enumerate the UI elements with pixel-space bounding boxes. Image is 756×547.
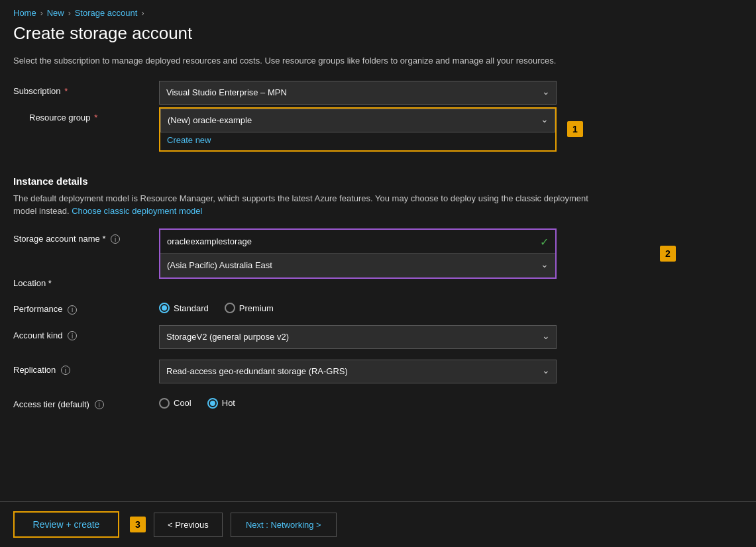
- breadcrumb: Home › New › Storage account ›: [0, 0, 756, 23]
- resource-group-control: (New) oracle-example Create new 1: [159, 107, 649, 152]
- breadcrumb-sep2: ›: [68, 9, 71, 18]
- replication-label: Replication i: [13, 360, 159, 375]
- performance-info-icon[interactable]: i: [68, 305, 77, 315]
- previous-button[interactable]: < Previous: [154, 513, 223, 537]
- bottom-bar: Review + create 3 < Previous Next : Netw…: [0, 501, 756, 547]
- storage-name-input[interactable]: [160, 230, 555, 254]
- performance-standard-option[interactable]: Standard: [159, 303, 209, 313]
- next-button[interactable]: Next : Networking >: [231, 513, 337, 537]
- account-kind-select[interactable]: StorageV2 (general purpose v2) StorageV1…: [159, 325, 557, 349]
- replication-select[interactable]: Read-access geo-redundant storage (RA-GR…: [159, 360, 557, 383]
- subscription-control: Visual Studio Enterprise – MPN: [159, 81, 649, 105]
- access-tier-hot-option[interactable]: Hot: [207, 398, 235, 409]
- location-select[interactable]: (Asia Pacific) Australia East: [160, 254, 555, 277]
- performance-standard-label: Standard: [174, 303, 209, 313]
- access-tier-label: Access tier (default) i: [13, 394, 159, 410]
- access-tier-cool-radio[interactable]: [159, 398, 170, 409]
- account-kind-info-icon[interactable]: i: [68, 331, 77, 340]
- access-tier-cool-option[interactable]: Cool: [159, 398, 191, 409]
- performance-premium-label: Premium: [239, 303, 274, 313]
- replication-select-container: Read-access geo-redundant storage (RA-GR…: [159, 360, 557, 383]
- account-kind-row: Account kind i StorageV2 (general purpos…: [13, 325, 649, 349]
- access-tier-cool-label: Cool: [174, 398, 191, 408]
- access-tier-hot-label: Hot: [222, 398, 235, 408]
- subscription-required: *: [64, 86, 68, 96]
- instance-details-desc: The default deployment model is Resource…: [0, 192, 623, 228]
- access-tier-row: Access tier (default) i Cool Hot: [13, 394, 649, 410]
- subscription-select-container: Visual Studio Enterprise – MPN: [159, 81, 557, 105]
- resource-group-label: Resource group *: [13, 107, 159, 123]
- storage-name-info-icon[interactable]: i: [111, 234, 120, 244]
- page-title: Create storage account: [0, 23, 756, 54]
- performance-premium-radio[interactable]: [225, 303, 235, 313]
- breadcrumb-home[interactable]: Home: [13, 8, 36, 18]
- breadcrumb-storage[interactable]: Storage account: [75, 8, 138, 18]
- resource-group-select-container: (New) oracle-example: [160, 109, 555, 132]
- account-kind-select-container: StorageV2 (general purpose v2) StorageV1…: [159, 325, 557, 349]
- resource-group-select[interactable]: (New) oracle-example: [160, 109, 555, 132]
- performance-row: Performance i Standard Premium: [13, 299, 649, 315]
- classic-deployment-link[interactable]: Choose classic deployment model: [72, 206, 202, 216]
- callout-2: 2: [660, 246, 676, 262]
- storage-valid-icon: ✓: [540, 235, 549, 248]
- breadcrumb-new[interactable]: New: [47, 8, 64, 18]
- breadcrumb-sep1: ›: [40, 9, 43, 18]
- resource-group-border: (New) oracle-example Create new: [159, 107, 557, 152]
- performance-label: Performance i: [13, 299, 159, 315]
- location-label: Location *: [13, 244, 159, 288]
- performance-premium-option[interactable]: Premium: [225, 303, 274, 313]
- page-description: Select the subscription to manage deploy…: [0, 54, 623, 81]
- subscription-row: Subscription * Visual Studio Enterprise …: [13, 81, 649, 105]
- subscription-select[interactable]: Visual Studio Enterprise – MPN: [159, 81, 557, 105]
- breadcrumb-sep3: ›: [141, 9, 144, 18]
- create-new-link[interactable]: Create new: [160, 132, 555, 150]
- account-kind-control: StorageV2 (general purpose v2) StorageV1…: [159, 325, 649, 349]
- replication-control: Read-access geo-redundant storage (RA-GR…: [159, 360, 649, 383]
- subscription-label: Subscription *: [13, 81, 159, 96]
- access-tier-info-icon[interactable]: i: [95, 400, 104, 409]
- resource-group-outer: (New) oracle-example Create new 1: [159, 107, 557, 152]
- replication-row: Replication i Read-access geo-redundant …: [13, 360, 649, 383]
- storage-name-input-row: ✓: [160, 230, 555, 254]
- performance-control: Standard Premium: [159, 299, 649, 313]
- rg-required: *: [94, 113, 97, 123]
- storage-name-label: Storage account name * i: [13, 228, 159, 244]
- performance-radio-group: Standard Premium: [159, 299, 649, 313]
- storage-location-group: Storage account name * i Location * ✓: [13, 228, 649, 289]
- access-tier-control: Cool Hot: [159, 394, 649, 409]
- storage-fields-wrapper: ✓ (Asia Pacific) Australia East: [159, 228, 557, 279]
- location-row: (Asia Pacific) Australia East: [160, 254, 555, 277]
- resource-group-row: Resource group * (New) oracle-example Cr…: [13, 107, 649, 152]
- access-tier-radio-group: Cool Hot: [159, 394, 649, 409]
- access-tier-hot-radio[interactable]: [207, 398, 218, 409]
- callout-3: 3: [130, 517, 146, 532]
- callout-1: 1: [567, 121, 583, 137]
- account-kind-label: Account kind i: [13, 325, 159, 341]
- instance-details-title: Instance details: [0, 165, 756, 192]
- performance-standard-radio[interactable]: [159, 303, 170, 313]
- replication-info-icon[interactable]: i: [61, 366, 70, 375]
- review-create-button[interactable]: Review + create: [13, 511, 119, 538]
